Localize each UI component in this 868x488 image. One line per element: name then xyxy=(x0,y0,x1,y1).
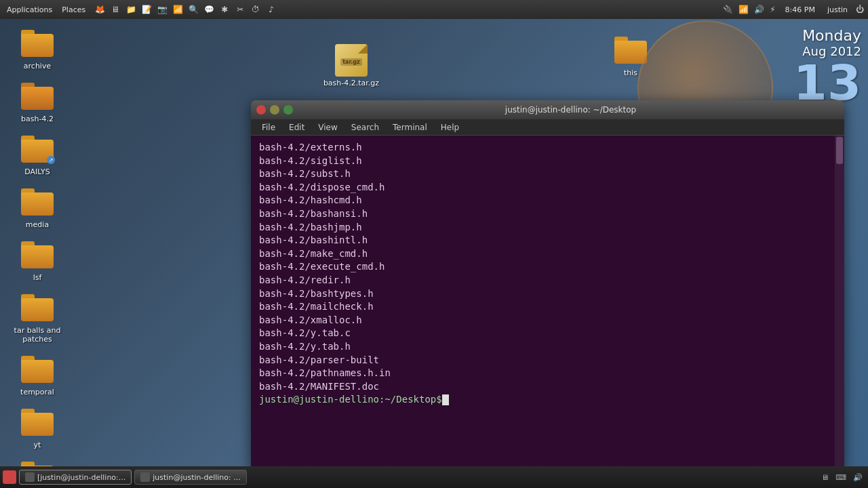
calendar-widget: Monday Aug 2012 13 xyxy=(793,27,861,107)
wifi-icon: 📶 xyxy=(737,5,750,14)
terminal-line: bash-4.2/y.tab.h xyxy=(259,340,836,354)
desktop-icon-lsf[interactable]: lsf xyxy=(3,235,71,285)
terminal-menu-edit[interactable]: Edit xyxy=(283,121,310,134)
media-label: media xyxy=(26,220,49,229)
scrollbar-thumb[interactable] xyxy=(836,137,843,164)
terminal-title: justin@justin-dellino: ~/Desktop xyxy=(302,105,839,115)
terminal-icon[interactable]: 🖥 xyxy=(108,2,123,17)
screenshot-icon[interactable]: 📷 xyxy=(155,2,170,17)
terminal-line: bash-4.2/bashjmp.h xyxy=(259,221,836,235)
desktop-icon-tarballs[interactable]: tar balls and patches xyxy=(3,288,71,347)
terminal-prompt-line: justin@justin-dellino:~/Desktop$ xyxy=(259,393,836,407)
terminal-line: bash-4.2/hashcmd.h xyxy=(259,194,836,207)
terminal-line: bash-4.2/externs.h xyxy=(259,141,836,155)
bluetooth-icon[interactable]: 📶 xyxy=(170,2,185,17)
tray-icon1[interactable]: 🖥 xyxy=(818,473,831,482)
terminal-content[interactable]: bash-4.2/externs.hbash-4.2/siglist.hbash… xyxy=(251,136,844,470)
network-icon: 🔌 xyxy=(722,5,734,14)
terminal-titlebar: justin@justin-dellino: ~/Desktop xyxy=(251,100,844,119)
desktop-icon-archive[interactable]: archive xyxy=(3,24,71,74)
taskbar-terminal1-button[interactable]: [justin@justin-dellino:... xyxy=(19,470,132,485)
terminal-cursor xyxy=(442,394,449,405)
shutdown-icon[interactable]: ⏻ xyxy=(854,5,865,14)
asterisk-icon[interactable]: ✱ xyxy=(217,2,232,17)
terminal2-label: justin@justin-dellino: ... xyxy=(153,473,240,482)
skype-icon[interactable]: 💬 xyxy=(201,2,216,17)
search-icon[interactable]: 🔍 xyxy=(186,2,201,17)
desktop-icon-media[interactable]: media xyxy=(3,182,71,232)
bash42-label: bash-4.2 xyxy=(21,115,54,123)
top-launcher-icons: 🦊 🖥 📁 📝 📷 📶 🔍 💬 ✱ ✂ ⏱ ♪ xyxy=(92,2,279,17)
terminal-line: bash-4.2/bashansi.h xyxy=(259,207,836,221)
terminal-menu-terminal[interactable]: Terminal xyxy=(387,121,433,134)
files-icon[interactable]: 📁 xyxy=(123,2,138,17)
terminal1-label: [justin@justin-dellino:... xyxy=(37,473,125,482)
tarballs-label: tar balls and patches xyxy=(9,326,66,344)
lsf-label: lsf xyxy=(33,273,42,282)
tray-icon3[interactable]: 🔊 xyxy=(850,473,865,482)
top-menu: Applications Places xyxy=(3,4,90,16)
taskbar-top: Applications Places 🦊 🖥 📁 📝 📷 📶 🔍 💬 ✱ ✂ … xyxy=(0,0,868,19)
dailys-label: DAILYS xyxy=(24,167,50,176)
terminal-line: bash-4.2/pathnames.h.in xyxy=(259,367,836,380)
terminal-menu-search[interactable]: Search xyxy=(346,121,384,134)
taskbar-firefox-icon[interactable] xyxy=(3,470,16,484)
this-label: this xyxy=(624,68,637,77)
username: justin xyxy=(823,5,852,14)
terminal2-icon xyxy=(140,472,150,482)
terminal-line: bash-4.2/dispose_cmd.h xyxy=(259,181,836,195)
desktop-icon-targz[interactable]: tar.gz bash-4.2.tar.gz xyxy=(317,41,385,91)
terminal-line: bash-4.2/mailcheck.h xyxy=(259,300,836,314)
window-maximize-button[interactable] xyxy=(283,105,293,115)
menu-applications[interactable]: Applications xyxy=(3,4,56,16)
firefox-icon[interactable]: 🦊 xyxy=(92,2,107,17)
taskbar-bottom: [justin@justin-dellino:... justin@justin… xyxy=(0,466,868,488)
yt-label: yt xyxy=(34,441,41,449)
terminal-line: bash-4.2/make_cmd.h xyxy=(259,247,836,261)
scissor-icon[interactable]: ✂ xyxy=(233,2,248,17)
power-icon: ⚡ xyxy=(768,5,776,14)
terminal-line: bash-4.2/execute_cmd.h xyxy=(259,260,836,274)
desktop-icon-dailys[interactable]: ↗ DAILYS xyxy=(3,129,71,180)
clock: 8:46 PM xyxy=(780,5,821,14)
temporal-label: temporal xyxy=(20,388,54,396)
volume-icon: 🔊 xyxy=(753,5,766,14)
targz-label: bash-4.2.tar.gz xyxy=(323,79,379,87)
terminal-line: bash-4.2/y.tab.c xyxy=(259,327,836,340)
timer-icon[interactable]: ⏱ xyxy=(248,2,263,17)
terminal-menu-help[interactable]: Help xyxy=(435,121,465,134)
terminal-line: bash-4.2/parser-built xyxy=(259,354,836,367)
taskbar-terminal2-button[interactable]: justin@justin-dellino: ... xyxy=(134,470,246,485)
terminal-scrollbar[interactable] xyxy=(835,136,844,470)
desktop-icon-temporal[interactable]: temporal xyxy=(3,350,71,400)
terminal-line: bash-4.2/bashintl.h xyxy=(259,234,836,247)
window-minimize-button[interactable] xyxy=(270,105,279,115)
terminal-window: justin@justin-dellino: ~/Desktop File Ed… xyxy=(251,100,844,470)
terminal-line: bash-4.2/xmalloc.h xyxy=(259,314,836,327)
terminal-prompt: justin@justin-dellino:~/Desktop$ xyxy=(259,393,442,407)
terminal-menu-view[interactable]: View xyxy=(313,121,342,134)
system-tray: 🔌 📶 🔊 ⚡ 8:46 PM justin ⏻ xyxy=(722,5,865,14)
archive-label: archive xyxy=(24,62,51,70)
desktop-icon-bash42[interactable]: bash-4.2 xyxy=(3,77,71,127)
text-editor-icon[interactable]: 📝 xyxy=(139,2,154,17)
terminal-menu-file[interactable]: File xyxy=(256,121,281,134)
desktop: Applications Places 🦊 🖥 📁 📝 📷 📶 🔍 💬 ✱ ✂ … xyxy=(0,0,868,488)
terminal-menubar: File Edit View Search Terminal Help xyxy=(251,119,844,136)
terminal1-icon xyxy=(25,472,35,482)
music-icon[interactable]: ♪ xyxy=(264,2,279,17)
window-close-button[interactable] xyxy=(256,105,266,115)
terminal-line: bash-4.2/MANIFEST.doc xyxy=(259,380,836,394)
terminal-line: bash-4.2/subst.h xyxy=(259,167,836,181)
terminal-line: bash-4.2/siglist.h xyxy=(259,155,836,168)
tray-icon2[interactable]: ⌨ xyxy=(833,473,849,482)
taskbar-bottom-tray: 🖥 ⌨ 🔊 xyxy=(818,473,865,482)
menu-places[interactable]: Places xyxy=(58,4,90,16)
calendar-day-name: Monday xyxy=(793,27,861,44)
desktop-icon-yt[interactable]: yt xyxy=(3,403,71,453)
terminal-line: bash-4.2/redir.h xyxy=(259,274,836,287)
terminal-line: bash-4.2/bashtypes.h xyxy=(259,287,836,301)
